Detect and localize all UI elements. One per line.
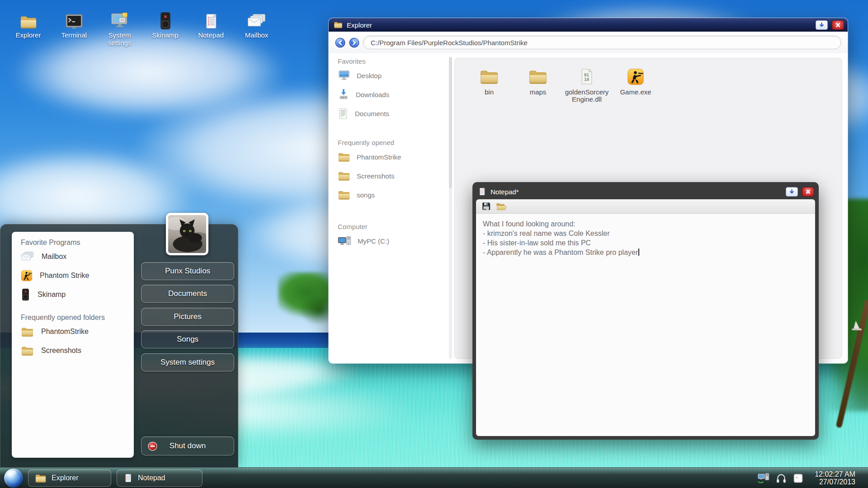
open-button[interactable] (495, 201, 507, 212)
scrollbar-thumb[interactable] (449, 57, 452, 188)
media-player-icon (142, 9, 188, 30)
minimize-button[interactable] (816, 20, 828, 30)
notepad-icon (188, 9, 234, 30)
window-title: Notepad* (491, 188, 782, 196)
address-bar[interactable]: C:/Program Files/PurpleRockStudios/Phant… (363, 36, 841, 49)
start-menu-item-label: Skinamp (38, 291, 66, 299)
desktop-icon-explorer[interactable]: Explorer (5, 9, 51, 47)
cat-photo (168, 215, 206, 253)
taskbar: Explorer Notepad 12:02:27 AM 27/07/2013 (0, 467, 868, 488)
sidebar-item-screenshots[interactable]: Screenshots (338, 166, 449, 185)
sailboat-hull (852, 328, 862, 330)
file-item-bin[interactable]: bin (465, 67, 514, 103)
sidebar-item-label: PhantomStrike (357, 153, 401, 161)
explorer-titlebar[interactable]: Explorer (329, 18, 848, 32)
minimize-arrow-icon (818, 22, 825, 28)
taskbar-task-notepad[interactable]: Notepad (117, 469, 203, 487)
sidebar-section-header: Favorites (338, 57, 449, 66)
headphones-icon[interactable] (775, 472, 787, 484)
start-menu-button-pictures[interactable]: Pictures (141, 308, 234, 326)
user-avatar[interactable] (166, 213, 208, 255)
notepad-line-text: - Apparently he was a Phantom Strike pro… (483, 249, 638, 256)
desktop-icon-system-settings[interactable]: System settings (97, 9, 142, 47)
minimize-arrow-icon (788, 188, 795, 195)
file-label: maps (514, 89, 562, 96)
game-exe-icon (21, 270, 33, 282)
sidebar-item-downloads[interactable]: Downloads (338, 85, 449, 104)
start-menu-list: Favorite Programs Mailbox Phantom Strike… (12, 232, 134, 458)
sidebar-item-songs[interactable]: songs (338, 185, 449, 204)
desktop-icon-skinamp[interactable]: Skinamp (142, 9, 188, 47)
network-computer-icon[interactable] (757, 472, 770, 484)
sidebar-item-mypc[interactable]: MyPC (C:) (338, 231, 449, 250)
desktop-icon-label: Mailbox (234, 31, 279, 39)
start-menu-item-phantomstrike-folder[interactable]: PhantomStrike (21, 322, 134, 341)
notepad-line: - Apparently he was a Phantom Strike pro… (483, 248, 808, 257)
desktop-icon-label: Notepad (188, 31, 234, 39)
file-item-maps[interactable]: maps (514, 67, 562, 103)
start-menu-item-skinamp[interactable]: Skinamp (21, 285, 134, 304)
folder-icon (35, 473, 47, 483)
sidebar-item-phantomstrike[interactable]: PhantomStrike (338, 147, 449, 166)
close-button[interactable] (832, 20, 844, 30)
desktop-icon-label: Explorer (5, 31, 51, 39)
monitor-icon (338, 70, 350, 81)
document-icon (338, 108, 349, 120)
desktop-icon-notepad[interactable]: Notepad (188, 9, 234, 47)
sidebar-item-label: MyPC (C:) (358, 237, 389, 245)
start-menu-button-songs[interactable]: Songs (141, 330, 234, 348)
keyboard-key-icon[interactable] (793, 473, 804, 484)
file-item-game-exe[interactable]: Game.exe (611, 67, 660, 103)
game-exe-icon (611, 67, 660, 85)
file-grid: bin maps goldenSorceryEngine.dll Game.ex… (465, 67, 842, 103)
sidebar-section-header: Frequently opened (338, 138, 449, 147)
notepad-text-area[interactable]: What I found looking around: - krimzon's… (476, 214, 815, 436)
start-menu-section-header: Frequently opened folders (21, 313, 134, 322)
taskbar-task-explorer[interactable]: Explorer (28, 469, 111, 487)
notepad-titlebar[interactable]: Notepad* (476, 186, 815, 199)
sidebar-scrollbar[interactable] (449, 57, 452, 359)
task-label: Explorer (52, 474, 79, 482)
file-item-goldensorceryengine-dll[interactable]: goldenSorceryEngine.dll (562, 67, 611, 103)
minimize-button[interactable] (786, 187, 798, 197)
forward-button[interactable] (349, 38, 359, 48)
desktop-icon-mailbox[interactable]: Mailbox (234, 9, 279, 47)
system-tray: 12:02:27 AM 27/07/2013 (757, 468, 855, 488)
start-menu-button-punx-studios[interactable]: Punx Studios (141, 262, 234, 280)
sidebar-item-desktop[interactable]: Desktop (338, 66, 449, 85)
media-player-icon (21, 288, 30, 301)
shutdown-icon (148, 441, 157, 453)
start-menu-item-label: Mailbox (42, 253, 66, 261)
sidebar-item-label: Screenshots (357, 172, 394, 180)
start-menu-button-system-settings[interactable]: System settings (141, 353, 234, 371)
save-button[interactable] (480, 201, 492, 212)
clock-time: 12:02:27 AM (815, 470, 855, 478)
explorer-address-row: C:/Program Files/PurpleRockStudios/Phant… (329, 32, 848, 53)
desktop-icon-grid: Explorer Terminal System settings Skinam… (5, 9, 279, 47)
desktop-icon-label: Terminal (51, 31, 97, 39)
forward-arrow-icon (349, 38, 359, 48)
explorer-sidebar: Favorites Desktop Downloads Documents Fr… (329, 53, 449, 363)
start-menu-item-screenshots-folder[interactable]: Screenshots (21, 341, 134, 360)
start-menu-section-header: Favorite Programs (21, 238, 134, 247)
close-button[interactable] (802, 187, 814, 197)
sidebar-item-label: Desktop (357, 72, 382, 80)
mail-stack-icon (21, 251, 34, 263)
desktop-icon-terminal[interactable]: Terminal (51, 9, 97, 47)
sailboat (854, 321, 859, 328)
start-menu-item-phantom-strike[interactable]: Phantom Strike (21, 266, 134, 285)
shutdown-button[interactable]: Shut down (141, 436, 234, 455)
sidebar-item-label: Documents (355, 110, 389, 117)
folder-icon (465, 67, 514, 85)
file-label: goldenSorceryEngine.dll (562, 89, 611, 103)
terminal-icon (51, 9, 97, 30)
notepad-icon (123, 473, 133, 483)
desktop-icon-label: Skinamp (142, 31, 188, 39)
sidebar-item-documents[interactable]: Documents (338, 104, 449, 123)
start-menu-button-documents[interactable]: Documents (141, 285, 234, 303)
start-menu-item-mailbox[interactable]: Mailbox (21, 247, 134, 266)
notepad-line: What I found looking around: (483, 219, 808, 229)
back-button[interactable] (335, 38, 345, 48)
sidebar-section-header: Computer (338, 222, 449, 231)
start-button[interactable] (4, 469, 23, 488)
